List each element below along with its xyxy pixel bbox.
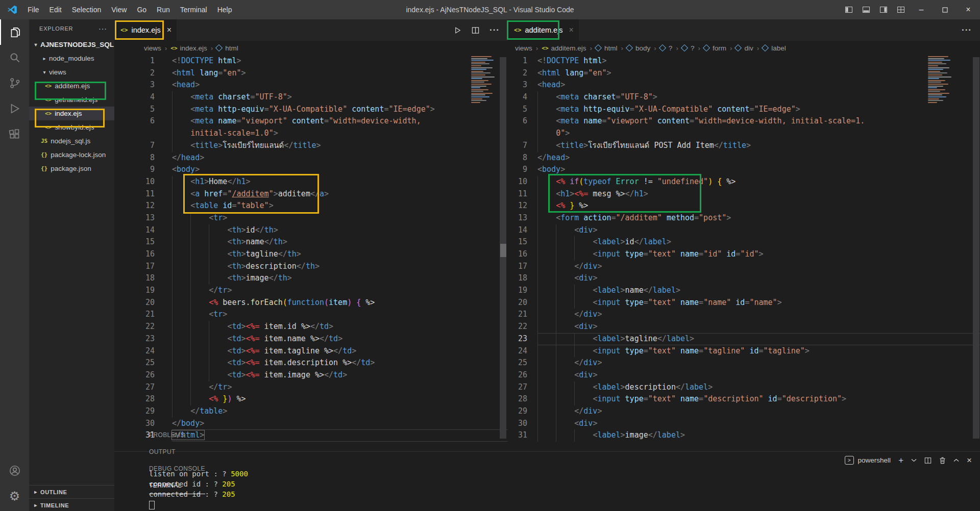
code-line[interactable]: initial-scale=1.0"> [172,127,508,140]
panel-tab-terminal[interactable]: TERMINAL [149,477,205,494]
close-tab-icon[interactable]: × [569,25,574,35]
menu-help[interactable]: Help [212,6,237,14]
breadcrumb-item[interactable]: ? [691,44,695,52]
code-line[interactable]: <head> [537,79,980,91]
code-line[interactable]: <th>description</th> [172,261,508,273]
code-line[interactable]: </table> [172,405,508,418]
code-line[interactable]: <label>id</label> [537,236,980,248]
sidebar-item-package-lock-json[interactable]: {}package-lock.json [29,148,114,162]
code-line[interactable]: <div> [537,321,980,333]
tab-additem-ejs[interactable]: <> additem.ejs × [508,19,579,41]
code-line[interactable]: </div> [537,261,980,273]
code-line[interactable]: <meta charset="UTF-8"> [537,91,980,104]
menu-terminal[interactable]: Terminal [175,6,212,14]
code-line[interactable]: <form action="/additem" method="post"> [537,212,980,224]
minimap[interactable] [928,56,964,104]
sidebar-item-views[interactable]: ▾views [29,65,114,79]
code-line[interactable]: 0"> [537,127,980,140]
code-line[interactable]: <div> [537,272,980,285]
menu-run[interactable]: Run [152,6,175,14]
code-line[interactable]: <label>tagline</label> [537,333,980,345]
code-line[interactable]: </html> [172,429,508,442]
code-line[interactable]: <input type="text" name="name" id="name"… [537,297,980,309]
toggle-panel-icon[interactable] [857,0,875,19]
project-root-row[interactable]: ▾ AJNESTNODEJS_SQL [29,38,114,52]
code-line[interactable]: <td><%= item.description %></td> [172,357,508,369]
code-line[interactable]: <meta http-equiv="X-UA-Compatible" conte… [537,104,980,116]
code-line[interactable]: <label>name</label> [537,285,980,297]
code-line[interactable]: <h1><%= mesg %></h1> [537,188,980,200]
code-line[interactable]: <input type="text" name="description" id… [537,393,980,405]
code-line[interactable]: <% if(typeof Error != "undefined") { %> [537,176,980,188]
scrollbar-handle[interactable] [500,244,506,257]
sidebar-item-nodejs_sql-js[interactable]: JSnodejs_sql.js [29,134,114,148]
code-line[interactable]: <meta name="viewport" content="width=dev… [172,115,508,127]
timeline-section[interactable]: ▸ TIMELINE [29,498,114,511]
menu-selection[interactable]: Selection [67,6,107,14]
code-line[interactable]: <div> [537,224,980,237]
maximize-button[interactable] [933,0,957,19]
code-line[interactable]: </div> [537,405,980,418]
code-line[interactable]: <body> [172,164,508,176]
code-line[interactable]: <body> [537,164,980,176]
breadcrumb-item[interactable]: html [225,44,238,52]
menu-view[interactable]: View [106,6,132,14]
minimize-button[interactable]: – [910,0,933,19]
code-line[interactable]: <label>description</label> [537,381,980,394]
code-line[interactable]: <!DOCTYPE html> [537,55,980,67]
code-line[interactable]: </head> [172,152,508,164]
account-icon[interactable] [0,458,29,483]
maximize-panel-icon[interactable] [953,458,959,462]
search-icon[interactable] [0,45,29,70]
outline-section[interactable]: ▸ OUTLINE [29,485,114,498]
code-line[interactable]: <h1>Home</h1> [172,176,508,188]
sidebar-item-node_modules[interactable]: ▸node_modules [29,52,114,65]
breadcrumb-item[interactable]: html [604,44,618,52]
panel-tab-debug-console[interactable]: DEBUG CONSOLE [149,461,205,477]
source-control-icon[interactable] [0,70,29,96]
code-line[interactable]: <title>โรงเบียร์ไทยแลนด์ POST Add Item</… [537,140,980,152]
code-content[interactable]: <!DOCTYPE html><html lang="en"><head> <m… [155,55,508,451]
terminal-output[interactable]: listen on port : ? 5000connected id : ? … [114,469,980,509]
code-editor-index-ejs[interactable]: 1234567891011121314151617181920212223242… [114,55,508,451]
split-terminal-icon[interactable] [924,457,932,464]
code-line[interactable]: <meta name="viewport" content="width=dev… [537,115,980,127]
breadcrumb-item[interactable]: ? [669,44,673,52]
settings-gear-icon[interactable]: ⚙ [0,483,29,509]
code-line[interactable]: </head> [537,152,980,164]
code-line[interactable]: <a href="/additem">additem</a> [172,188,508,200]
kill-terminal-trash-icon[interactable] [939,457,946,464]
breadcrumb-item[interactable]: views [144,44,161,52]
more-actions-icon[interactable]: ··· [489,25,500,35]
customize-layout-icon[interactable] [892,0,910,19]
code-line[interactable]: <td><%= item.id %></td> [172,321,508,333]
code-line[interactable]: <th>tagline</th> [172,248,508,261]
breadcrumb-item[interactable]: div [744,44,753,52]
code-line[interactable]: <tr> [172,309,508,321]
panel-tab-output[interactable]: OUTPUT [149,444,205,461]
code-line[interactable]: <th>name</th> [172,236,508,248]
toggle-sidebar-icon[interactable] [840,0,857,19]
code-line[interactable]: <% beers.forEach(function(item) { %> [172,297,508,309]
code-line[interactable]: <!DOCTYPE html> [172,55,508,67]
new-terminal-icon[interactable]: + [898,455,903,466]
code-line[interactable]: <html lang="en"> [172,67,508,80]
sidebar-item-index-ejs[interactable]: <>index.ejs [29,107,114,120]
code-editor-additem-ejs[interactable]: 1234567891011121314151617181920212223242… [508,55,980,451]
code-line[interactable]: <% }) %> [172,393,508,405]
code-line[interactable]: <meta charset="UTF-8"> [172,91,508,104]
close-tab-icon[interactable]: × [167,25,172,35]
code-line[interactable]: </tr> [172,285,508,297]
code-line[interactable]: <td><%= item.tagline %></td> [172,345,508,357]
terminal-dropdown-icon[interactable] [911,458,917,462]
code-line[interactable]: <tr> [172,212,508,224]
split-editor-icon[interactable] [472,27,479,34]
code-line[interactable]: <th>image</th> [172,272,508,285]
sidebar-item-getnameid-ejs[interactable]: <>getnameid.ejs [29,93,114,107]
sidebar-item-additem-ejs[interactable]: <>additem.ejs [29,79,114,93]
code-line[interactable]: <meta http-equiv="X-UA-Compatible" conte… [172,104,508,116]
explorer-icon[interactable] [0,19,29,45]
menu-go[interactable]: Go [132,6,152,14]
run-debug-icon[interactable] [0,96,29,121]
code-line[interactable]: <th>id</th> [172,224,508,237]
